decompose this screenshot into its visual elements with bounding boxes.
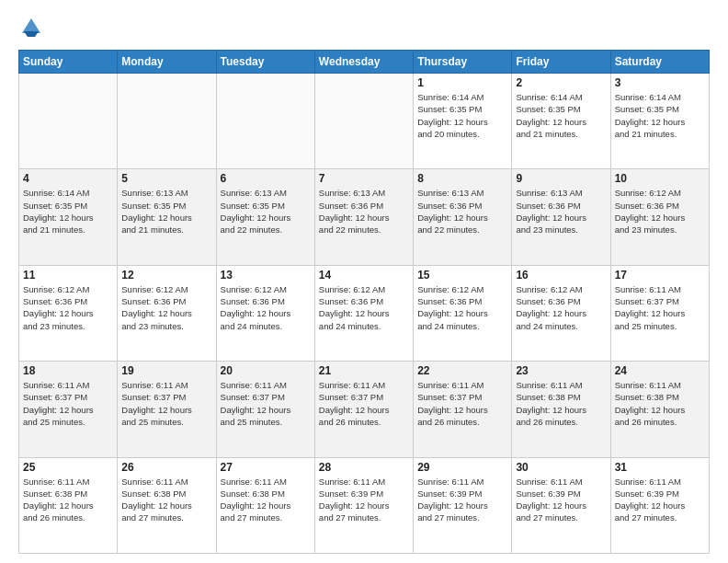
- calendar-cell: 14Sunrise: 6:12 AM Sunset: 6:36 PM Dayli…: [314, 265, 413, 361]
- weekday-header-monday: Monday: [118, 51, 216, 74]
- weekday-header-sunday: Sunday: [19, 51, 118, 74]
- calendar-week-2: 4Sunrise: 6:14 AM Sunset: 6:35 PM Daylig…: [19, 169, 710, 265]
- day-number: 22: [417, 364, 507, 377]
- calendar-cell: 15Sunrise: 6:12 AM Sunset: 6:36 PM Dayli…: [414, 265, 512, 361]
- calendar-cell: 29Sunrise: 6:11 AM Sunset: 6:39 PM Dayli…: [414, 457, 512, 553]
- calendar-cell: 9Sunrise: 6:13 AM Sunset: 6:36 PM Daylig…: [512, 169, 610, 265]
- calendar-cell: 19Sunrise: 6:11 AM Sunset: 6:37 PM Dayli…: [118, 362, 216, 457]
- weekday-header-row: SundayMondayTuesdayWednesdayThursdayFrid…: [19, 51, 710, 74]
- calendar-cell: 6Sunrise: 6:13 AM Sunset: 6:35 PM Daylig…: [216, 169, 314, 265]
- day-info: Sunrise: 6:11 AM Sunset: 6:38 PM Dayligh…: [615, 379, 705, 428]
- calendar-cell: 11Sunrise: 6:12 AM Sunset: 6:36 PM Dayli…: [19, 265, 118, 361]
- day-number: 6: [221, 172, 311, 185]
- day-info: Sunrise: 6:11 AM Sunset: 6:38 PM Dayligh…: [23, 476, 113, 524]
- calendar-cell: 1Sunrise: 6:14 AM Sunset: 6:35 PM Daylig…: [414, 74, 512, 169]
- logo: [18, 15, 48, 40]
- day-number: 16: [516, 269, 606, 282]
- day-info: Sunrise: 6:11 AM Sunset: 6:39 PM Dayligh…: [516, 476, 606, 524]
- calendar-cell: 8Sunrise: 6:13 AM Sunset: 6:36 PM Daylig…: [414, 169, 512, 265]
- calendar-cell: 31Sunrise: 6:11 AM Sunset: 6:39 PM Dayli…: [610, 457, 709, 553]
- day-number: 23: [516, 364, 606, 377]
- calendar-week-3: 11Sunrise: 6:12 AM Sunset: 6:36 PM Dayli…: [19, 265, 710, 361]
- day-info: Sunrise: 6:13 AM Sunset: 6:36 PM Dayligh…: [516, 187, 606, 236]
- day-number: 29: [417, 461, 507, 474]
- calendar-cell: 17Sunrise: 6:11 AM Sunset: 6:37 PM Dayli…: [610, 265, 709, 361]
- calendar-cell: 2Sunrise: 6:14 AM Sunset: 6:35 PM Daylig…: [512, 74, 610, 169]
- day-info: Sunrise: 6:12 AM Sunset: 6:36 PM Dayligh…: [319, 283, 409, 332]
- day-number: 3: [615, 76, 705, 89]
- weekday-header-friday: Friday: [512, 51, 610, 74]
- day-number: 31: [615, 461, 705, 474]
- day-info: Sunrise: 6:11 AM Sunset: 6:37 PM Dayligh…: [319, 379, 409, 428]
- day-info: Sunrise: 6:13 AM Sunset: 6:36 PM Dayligh…: [417, 187, 507, 236]
- day-info: Sunrise: 6:14 AM Sunset: 6:35 PM Dayligh…: [23, 187, 113, 236]
- calendar-cell: 7Sunrise: 6:13 AM Sunset: 6:36 PM Daylig…: [314, 169, 413, 265]
- day-info: Sunrise: 6:14 AM Sunset: 6:35 PM Dayligh…: [417, 91, 507, 140]
- day-info: Sunrise: 6:12 AM Sunset: 6:36 PM Dayligh…: [221, 283, 311, 332]
- day-number: 30: [516, 461, 606, 474]
- weekday-header-wednesday: Wednesday: [314, 51, 413, 74]
- day-info: Sunrise: 6:11 AM Sunset: 6:38 PM Dayligh…: [516, 379, 606, 428]
- calendar-cell: 20Sunrise: 6:11 AM Sunset: 6:37 PM Dayli…: [216, 362, 314, 457]
- day-number: 13: [221, 269, 311, 282]
- day-number: 10: [615, 172, 705, 185]
- calendar-cell: 22Sunrise: 6:11 AM Sunset: 6:37 PM Dayli…: [414, 362, 512, 457]
- day-info: Sunrise: 6:12 AM Sunset: 6:36 PM Dayligh…: [516, 283, 606, 332]
- calendar-cell: 28Sunrise: 6:11 AM Sunset: 6:39 PM Dayli…: [314, 457, 413, 553]
- day-info: Sunrise: 6:11 AM Sunset: 6:37 PM Dayligh…: [23, 379, 113, 428]
- calendar-cell: [216, 74, 314, 169]
- day-number: 9: [516, 172, 606, 185]
- day-info: Sunrise: 6:14 AM Sunset: 6:35 PM Dayligh…: [615, 91, 705, 140]
- calendar-cell: 21Sunrise: 6:11 AM Sunset: 6:37 PM Dayli…: [314, 362, 413, 457]
- day-number: 14: [319, 269, 409, 282]
- calendar-cell: 16Sunrise: 6:12 AM Sunset: 6:36 PM Dayli…: [512, 265, 610, 361]
- day-info: Sunrise: 6:11 AM Sunset: 6:37 PM Dayligh…: [417, 379, 507, 428]
- day-info: Sunrise: 6:12 AM Sunset: 6:36 PM Dayligh…: [121, 283, 211, 332]
- svg-marker-1: [24, 31, 39, 37]
- day-number: 24: [615, 364, 705, 377]
- day-number: 12: [121, 269, 211, 282]
- day-info: Sunrise: 6:11 AM Sunset: 6:38 PM Dayligh…: [221, 476, 311, 524]
- day-info: Sunrise: 6:12 AM Sunset: 6:36 PM Dayligh…: [615, 187, 705, 236]
- calendar-week-5: 25Sunrise: 6:11 AM Sunset: 6:38 PM Dayli…: [19, 457, 710, 553]
- day-number: 27: [221, 461, 311, 474]
- day-info: Sunrise: 6:11 AM Sunset: 6:37 PM Dayligh…: [121, 379, 211, 428]
- calendar-cell: 27Sunrise: 6:11 AM Sunset: 6:38 PM Dayli…: [216, 457, 314, 553]
- day-number: 8: [417, 172, 507, 185]
- day-info: Sunrise: 6:11 AM Sunset: 6:37 PM Dayligh…: [615, 283, 705, 332]
- calendar-cell: 13Sunrise: 6:12 AM Sunset: 6:36 PM Dayli…: [216, 265, 314, 361]
- day-number: 18: [23, 364, 113, 377]
- day-info: Sunrise: 6:14 AM Sunset: 6:35 PM Dayligh…: [516, 91, 606, 140]
- day-number: 2: [516, 76, 606, 89]
- weekday-header-tuesday: Tuesday: [216, 51, 314, 74]
- calendar-cell: 24Sunrise: 6:11 AM Sunset: 6:38 PM Dayli…: [610, 362, 709, 457]
- calendar-cell: 5Sunrise: 6:13 AM Sunset: 6:35 PM Daylig…: [118, 169, 216, 265]
- weekday-header-saturday: Saturday: [610, 51, 709, 74]
- day-info: Sunrise: 6:13 AM Sunset: 6:35 PM Dayligh…: [121, 187, 211, 236]
- calendar-table: SundayMondayTuesdayWednesdayThursdayFrid…: [18, 50, 710, 554]
- header: [18, 15, 710, 40]
- calendar-cell: 10Sunrise: 6:12 AM Sunset: 6:36 PM Dayli…: [610, 169, 709, 265]
- page: SundayMondayTuesdayWednesdayThursdayFrid…: [0, 0, 728, 563]
- calendar-cell: 12Sunrise: 6:12 AM Sunset: 6:36 PM Dayli…: [118, 265, 216, 361]
- day-number: 7: [319, 172, 409, 185]
- day-info: Sunrise: 6:11 AM Sunset: 6:37 PM Dayligh…: [221, 379, 311, 428]
- day-number: 28: [319, 461, 409, 474]
- calendar-cell: 25Sunrise: 6:11 AM Sunset: 6:38 PM Dayli…: [19, 457, 118, 553]
- day-number: 21: [319, 364, 409, 377]
- day-number: 4: [23, 172, 113, 185]
- calendar-week-1: 1Sunrise: 6:14 AM Sunset: 6:35 PM Daylig…: [19, 74, 710, 169]
- day-info: Sunrise: 6:12 AM Sunset: 6:36 PM Dayligh…: [417, 283, 507, 332]
- calendar-cell: 26Sunrise: 6:11 AM Sunset: 6:38 PM Dayli…: [118, 457, 216, 553]
- day-number: 1: [417, 76, 507, 89]
- day-number: 20: [221, 364, 311, 377]
- calendar-cell: 4Sunrise: 6:14 AM Sunset: 6:35 PM Daylig…: [19, 169, 118, 265]
- day-info: Sunrise: 6:13 AM Sunset: 6:35 PM Dayligh…: [221, 187, 311, 236]
- logo-icon: [18, 15, 44, 40]
- day-info: Sunrise: 6:12 AM Sunset: 6:36 PM Dayligh…: [23, 283, 113, 332]
- calendar-cell: 30Sunrise: 6:11 AM Sunset: 6:39 PM Dayli…: [512, 457, 610, 553]
- svg-marker-0: [22, 18, 40, 33]
- day-number: 25: [23, 461, 113, 474]
- calendar-cell: 18Sunrise: 6:11 AM Sunset: 6:37 PM Dayli…: [19, 362, 118, 457]
- day-number: 17: [615, 269, 705, 282]
